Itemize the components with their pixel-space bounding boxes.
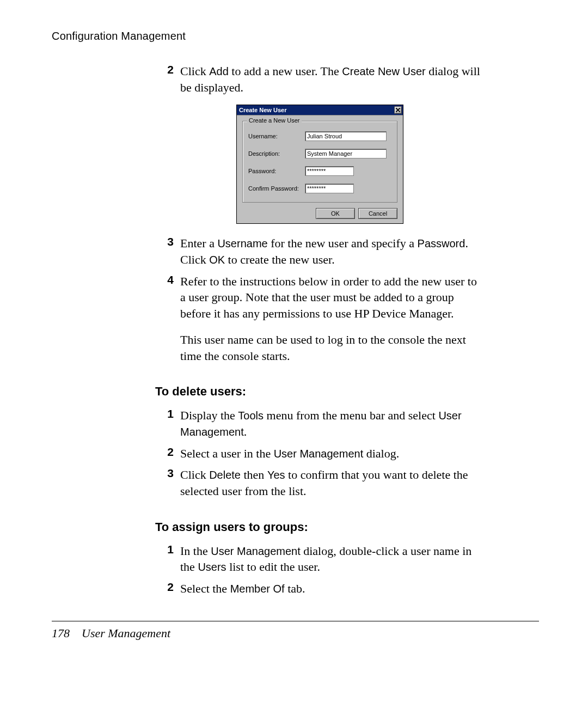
label-confirm-password: Confirm Password: bbox=[248, 185, 305, 192]
row-password: Password: bbox=[248, 166, 391, 176]
assign-step-1: 1 In the User Management dialog, double-… bbox=[155, 543, 539, 575]
step-3: 3 Enter a Username for the new user and … bbox=[155, 235, 539, 267]
groupbox-legend: Create a New User bbox=[247, 117, 302, 124]
dialog-title: Create New User bbox=[239, 107, 286, 113]
dialog-body: Create a New User Username: Description:… bbox=[237, 115, 403, 223]
label-password: Password: bbox=[248, 168, 305, 174]
paragraph: This user name can be used to log in to … bbox=[180, 332, 485, 364]
dialog-button-row: OK Cancel bbox=[242, 208, 397, 219]
step-number: 1 bbox=[155, 407, 180, 420]
ok-button[interactable]: OK bbox=[316, 208, 355, 219]
step-text: Select the Member Of tab. bbox=[180, 581, 305, 597]
step-text: Enter a Username for the new user and sp… bbox=[180, 235, 485, 267]
step-number: 3 bbox=[155, 235, 180, 248]
footer-rule bbox=[52, 621, 539, 621]
delete-step-2: 2 Select a user in the User Management d… bbox=[155, 446, 539, 462]
heading-assign-groups: To assign users to groups: bbox=[155, 520, 539, 534]
page-header: Configuration Management bbox=[52, 30, 539, 42]
cancel-button[interactable]: Cancel bbox=[358, 208, 397, 219]
step-number: 2 bbox=[155, 446, 180, 459]
step-number: 1 bbox=[155, 543, 180, 556]
input-confirm-password[interactable] bbox=[305, 184, 354, 193]
delete-step-1: 1 Display the Tools menu from the menu b… bbox=[155, 407, 539, 440]
step-text: Display the Tools menu from the menu bar… bbox=[180, 407, 485, 440]
footer-chapter: User Management bbox=[82, 626, 170, 640]
create-new-user-dialog: Create New User Create a New User Userna… bbox=[237, 105, 403, 223]
heading-delete-users: To delete users: bbox=[155, 385, 539, 399]
input-username[interactable] bbox=[305, 131, 387, 141]
step-text: Click Delete then Yes to confirm that yo… bbox=[180, 467, 485, 499]
step-2: 2 Click Add to add a new user. The Creat… bbox=[155, 63, 539, 95]
row-username: Username: bbox=[248, 131, 391, 141]
step-number: 4 bbox=[155, 273, 180, 286]
document-page: Configuration Management 2 Click Add to … bbox=[0, 0, 588, 714]
footer: 178User Management bbox=[52, 626, 170, 640]
label-username: Username: bbox=[248, 133, 305, 139]
assign-step-2: 2 Select the Member Of tab. bbox=[155, 581, 539, 597]
step-text: Refer to the instructions below in order… bbox=[180, 273, 485, 322]
step-number: 3 bbox=[155, 467, 180, 480]
step-text: Select a user in the User Management dia… bbox=[180, 446, 399, 462]
row-confirm-password: Confirm Password: bbox=[248, 184, 391, 193]
step-text: In the User Management dialog, double-cl… bbox=[180, 543, 485, 575]
delete-step-3: 3 Click Delete then Yes to confirm that … bbox=[155, 467, 539, 499]
page-number: 178 bbox=[52, 626, 70, 640]
step-4: 4 Refer to the instructions below in ord… bbox=[155, 273, 539, 322]
groupbox-create-user: Create a New User Username: Description:… bbox=[242, 121, 397, 203]
row-description: Description: bbox=[248, 149, 391, 158]
step-number: 2 bbox=[155, 63, 180, 76]
dialog-titlebar: Create New User bbox=[237, 105, 403, 115]
input-description[interactable] bbox=[305, 149, 387, 158]
input-password[interactable] bbox=[305, 166, 354, 176]
label-description: Description: bbox=[248, 150, 305, 157]
step-number: 2 bbox=[155, 581, 180, 594]
step-text: Click Add to add a new user. The Create … bbox=[180, 63, 485, 95]
close-icon[interactable] bbox=[394, 106, 402, 114]
